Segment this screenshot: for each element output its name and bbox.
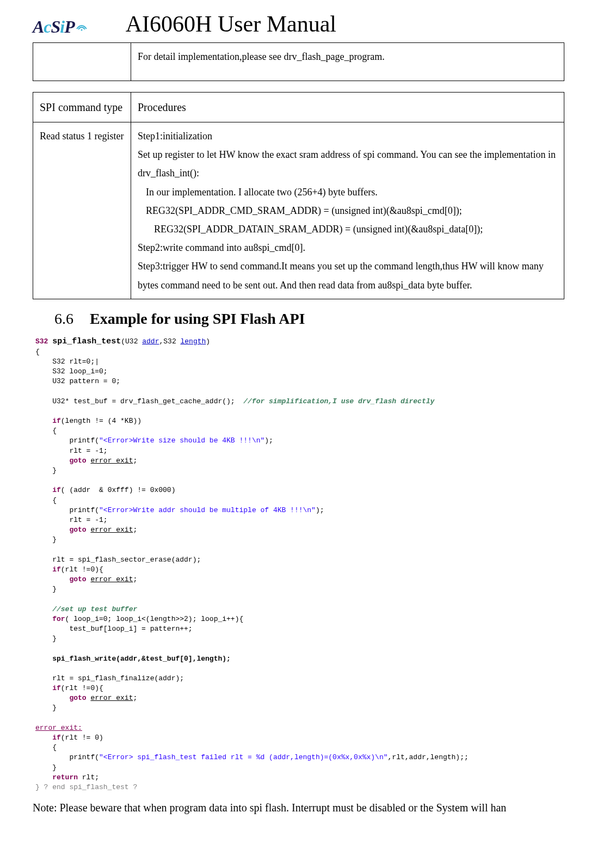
spi-header-left: SPI command type <box>33 93 131 122</box>
logo-text: AcSiP <box>33 17 75 37</box>
wifi-icon <box>76 21 88 33</box>
svg-point-0 <box>81 29 82 30</box>
spi-header-right: Procedures <box>131 93 564 122</box>
proc-reg1: REG32(SPI_ADDR_CMD_SRAM_ADDR) = (unsigne… <box>138 201 557 220</box>
section-title-text: Example for using SPI Flash API <box>90 310 305 327</box>
note-text: Note: Please beware that when program da… <box>33 798 564 817</box>
spi-row-right: Step1:initialization Set up register to … <box>131 122 564 299</box>
page-header: AcSiP AI6060H User Manual <box>33 11 564 37</box>
proc-step2: Step2:write command into au8spi_cmd[0]. <box>138 238 557 257</box>
section-number: 6.6 <box>54 310 73 327</box>
logo-p: P <box>64 17 75 36</box>
proc-step1: Step1:initialization <box>138 127 557 145</box>
logo-s: S <box>51 17 60 36</box>
spi-command-table: SPI command type Procedures Read status … <box>33 92 564 299</box>
proc-step3: Step3:trigger HW to send command.It mean… <box>138 257 557 294</box>
detail-cell-right: For detail implementation,please see drv… <box>131 43 564 81</box>
spi-row-left: Read status 1 register <box>33 122 131 299</box>
detail-table: For detail implementation,please see drv… <box>33 42 564 81</box>
proc-step1-desc: Set up register to let HW know the exact… <box>138 145 557 182</box>
detail-cell-left <box>33 43 131 81</box>
proc-reg2: REG32(SPI_ADDR_DATAIN_SRAM_ADDR) = (unsi… <box>138 220 557 238</box>
document-title: AI6060H User Manual <box>126 11 336 37</box>
logo: AcSiP <box>33 17 88 37</box>
logo-a: A <box>33 17 44 36</box>
code-example: S32 spi_flash_test(U32 addr,S32 length) … <box>33 336 564 792</box>
logo-c: c <box>44 17 51 36</box>
proc-impl: In our implementation. I allocate two (2… <box>138 183 557 201</box>
section-heading: 6.6Example for using SPI Flash API <box>54 310 564 328</box>
